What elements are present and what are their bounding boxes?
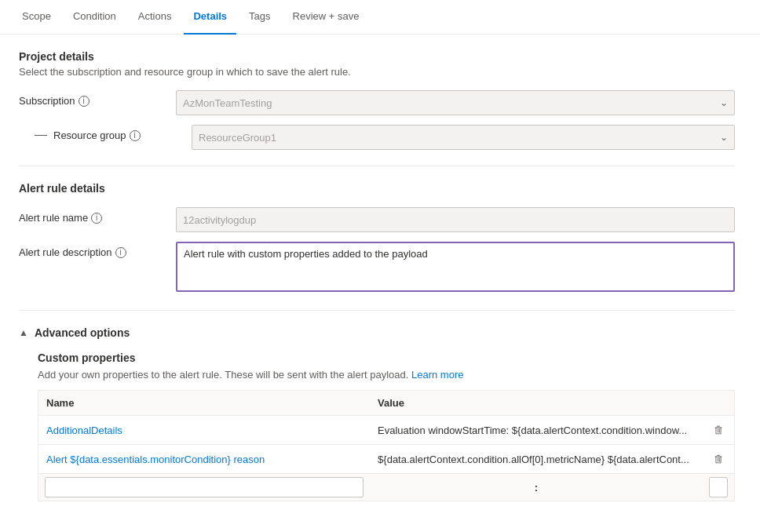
colon-separator: : bbox=[370, 474, 703, 501]
col-value-header: Value bbox=[370, 391, 703, 416]
custom-properties-table: Name Value AdditionalDetails Evaluation … bbox=[38, 390, 735, 501]
resource-group-label: Resource group i bbox=[35, 125, 192, 141]
resource-group-row: Resource group i ResourceGroup1 ⌄ bbox=[35, 125, 735, 150]
alert-rule-description-label: Alert rule description i bbox=[19, 242, 176, 258]
section-divider-1 bbox=[19, 166, 735, 166]
tab-details[interactable]: Details bbox=[184, 0, 236, 35]
new-row-value-cell bbox=[703, 474, 735, 501]
row2-delete-button[interactable] bbox=[711, 451, 726, 467]
section-divider-2 bbox=[19, 310, 735, 311]
col-name-header: Name bbox=[38, 391, 371, 416]
project-details-desc: Select the subscription and resource gro… bbox=[19, 66, 735, 78]
project-details-title: Project details bbox=[19, 50, 735, 63]
alert-rule-name-label: Alert rule name i bbox=[19, 207, 176, 224]
alert-rule-description-info-icon: i bbox=[115, 247, 126, 258]
trash-icon bbox=[713, 454, 724, 465]
alert-rule-name-row: Alert rule name i bbox=[19, 207, 735, 232]
learn-more-link[interactable]: Learn more bbox=[411, 369, 463, 381]
custom-properties-section: Custom properties Add your own propertie… bbox=[19, 352, 735, 501]
subscription-control: AzMonTeamTesting ⌄ bbox=[176, 90, 735, 115]
alert-rule-details-section: Alert rule details Alert rule name i Ale… bbox=[19, 182, 735, 294]
row2-delete-cell bbox=[703, 445, 735, 474]
project-details-section: Project details Select the subscription … bbox=[19, 50, 735, 150]
subscription-chevron-icon: ⌄ bbox=[720, 97, 728, 108]
table-row: AdditionalDetails Evaluation windowStart… bbox=[38, 416, 735, 445]
trash-icon bbox=[713, 425, 724, 435]
new-row-name-cell bbox=[38, 474, 371, 501]
row1-name: AdditionalDetails bbox=[38, 416, 371, 445]
tab-review-save[interactable]: Review + save bbox=[283, 0, 369, 35]
table-body: AdditionalDetails Evaluation windowStart… bbox=[38, 416, 735, 501]
tab-scope[interactable]: Scope bbox=[13, 0, 60, 35]
subscription-label: Subscription i bbox=[19, 90, 176, 107]
tab-tags[interactable]: Tags bbox=[239, 0, 280, 35]
row1-delete-button[interactable] bbox=[711, 422, 726, 438]
alert-rule-description-control bbox=[176, 242, 735, 294]
subscription-info-icon: i bbox=[79, 96, 90, 107]
table-row: Alert ${data.essentials.monitorCondition… bbox=[38, 445, 735, 474]
new-row-value-input[interactable] bbox=[709, 477, 728, 497]
new-row-name-input[interactable] bbox=[45, 477, 364, 497]
subscription-select[interactable]: AzMonTeamTesting ⌄ bbox=[176, 90, 735, 115]
row1-delete-cell bbox=[703, 416, 735, 445]
table-header-row: Name Value bbox=[38, 391, 735, 416]
tab-actions[interactable]: Actions bbox=[129, 0, 181, 35]
col-action-header bbox=[703, 391, 735, 416]
resource-group-select[interactable]: ResourceGroup1 ⌄ bbox=[192, 125, 735, 150]
main-content: Project details Select the subscription … bbox=[0, 35, 754, 517]
resource-group-info-icon: i bbox=[130, 130, 141, 141]
tab-condition[interactable]: Condition bbox=[64, 0, 126, 35]
alert-rule-description-row: Alert rule description i bbox=[19, 242, 735, 294]
row2-value: ${data.alertContext.condition.allOf[0].m… bbox=[370, 445, 703, 474]
alert-rule-name-control bbox=[176, 207, 735, 232]
row1-value: Evaluation windowStartTime: ${data.alert… bbox=[370, 416, 703, 445]
subscription-row: Subscription i AzMonTeamTesting ⌄ bbox=[19, 90, 735, 115]
alert-rule-name-info-icon: i bbox=[91, 213, 102, 224]
advanced-options-title: Advanced options bbox=[35, 326, 130, 339]
resource-group-chevron-icon: ⌄ bbox=[720, 132, 728, 143]
custom-properties-title: Custom properties bbox=[38, 352, 735, 364]
advanced-options-header[interactable]: ▲ Advanced options bbox=[19, 326, 735, 339]
advanced-options-section: ▲ Advanced options Custom properties Add… bbox=[19, 326, 735, 501]
custom-properties-desc: Add your own properties to the alert rul… bbox=[38, 369, 735, 381]
collapse-icon: ▲ bbox=[19, 327, 28, 338]
table-header: Name Value bbox=[38, 391, 735, 416]
alert-rule-details-title: Alert rule details bbox=[19, 182, 735, 195]
row2-name: Alert ${data.essentials.monitorCondition… bbox=[38, 445, 371, 474]
resource-group-control: ResourceGroup1 ⌄ bbox=[192, 125, 735, 150]
new-row: : bbox=[38, 474, 735, 501]
alert-rule-description-textarea[interactable] bbox=[176, 242, 735, 292]
alert-rule-name-input[interactable] bbox=[176, 207, 735, 232]
navigation-tabs: Scope Condition Actions Details Tags Rev… bbox=[0, 0, 760, 35]
